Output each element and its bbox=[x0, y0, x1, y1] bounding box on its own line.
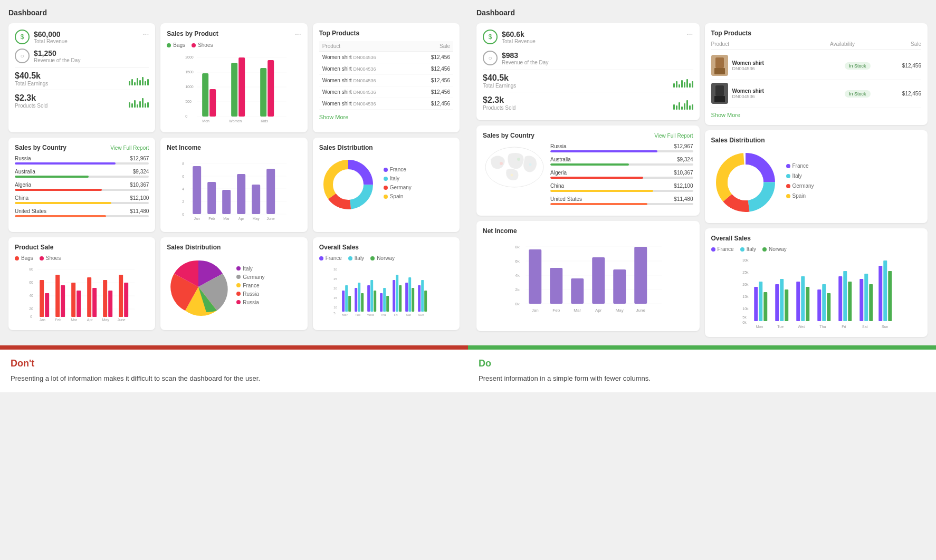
sales-by-country-title: Sales by Country bbox=[15, 144, 66, 151]
svg-rect-89 bbox=[383, 288, 386, 312]
pie-legend: Italy Germany France Russia bbox=[236, 266, 264, 305]
svg-text:Jan: Jan bbox=[40, 318, 45, 322]
svg-text:5k: 5k bbox=[742, 315, 747, 319]
svg-rect-82 bbox=[355, 288, 357, 312]
svg-point-110 bbox=[511, 174, 513, 177]
svg-rect-30 bbox=[207, 182, 216, 214]
italy-pie-legend: Italy bbox=[236, 266, 264, 272]
svg-rect-10 bbox=[202, 73, 208, 117]
svg-rect-99 bbox=[424, 291, 427, 312]
svg-rect-93 bbox=[399, 285, 402, 312]
table-row: Women shirt DN004536 $12,456 bbox=[319, 75, 453, 86]
donut-legend: France Italy Germany Spain bbox=[384, 167, 412, 199]
revenue-card-right: $ $60.6k Total Revenue ··· ○ $983 Reve bbox=[476, 23, 700, 120]
svg-point-45 bbox=[333, 170, 363, 199]
svg-point-144 bbox=[728, 165, 763, 200]
dont-label: Don't bbox=[11, 358, 457, 369]
svg-text:Mon: Mon bbox=[756, 325, 763, 329]
norway-overall-legend: Norway bbox=[370, 255, 395, 261]
svg-rect-84 bbox=[361, 293, 364, 312]
right-dashboard-title: Dashboard bbox=[476, 8, 928, 17]
italy-legend: Italy bbox=[384, 176, 412, 181]
svg-text:40: 40 bbox=[29, 294, 33, 297]
svg-text:Sat: Sat bbox=[862, 325, 867, 329]
svg-text:0: 0 bbox=[182, 213, 184, 216]
sales-distribution-donut-left: Sales Distribution France bbox=[313, 138, 460, 232]
svg-point-109 bbox=[517, 158, 520, 161]
menu-dots-right[interactable]: ··· bbox=[687, 30, 693, 38]
net-income-chart-left: 8 6 4 2 0 bbox=[167, 156, 301, 226]
svg-text:10: 10 bbox=[333, 306, 337, 309]
svg-rect-171 bbox=[883, 260, 887, 321]
svg-rect-172 bbox=[888, 271, 892, 321]
svg-text:May: May bbox=[102, 318, 110, 322]
svg-text:Wed: Wed bbox=[798, 325, 805, 329]
svg-rect-80 bbox=[345, 285, 348, 312]
germany-donut-right: Germany bbox=[786, 183, 814, 189]
net-income-card-left: Net Income 8 6 4 2 0 bbox=[160, 138, 307, 232]
norway-overall-right: Norway bbox=[762, 246, 787, 252]
show-more-link-right[interactable]: Show More bbox=[711, 112, 741, 118]
svg-rect-85 bbox=[367, 285, 370, 312]
svg-rect-13 bbox=[238, 57, 245, 117]
show-more-link-left[interactable]: Show More bbox=[319, 114, 349, 120]
svg-text:20: 20 bbox=[333, 287, 337, 290]
overall-sales-title-left: Overall Sales bbox=[319, 244, 359, 251]
top-products-card-right: Top Products Product Availability Sale bbox=[705, 23, 928, 125]
russia-pie-legend: Russia bbox=[236, 291, 264, 297]
total-revenue-label-right: Total Revenue bbox=[502, 38, 536, 44]
do-label: Do bbox=[479, 358, 925, 369]
countries-list-left: Russia$12,967 Australia$9,324 Algeria$10… bbox=[15, 156, 149, 217]
table-row: Women shirt DN004536 $12,456 bbox=[319, 86, 453, 98]
svg-rect-98 bbox=[421, 280, 424, 312]
menu-dots[interactable]: ··· bbox=[143, 30, 149, 38]
availability-badge-1: In Stock bbox=[845, 62, 871, 70]
france-overall-legend: France bbox=[319, 255, 342, 261]
sales-by-product-title: Sales by Product bbox=[167, 30, 218, 37]
revenue-day-label-right: Revenue of the Day bbox=[502, 60, 548, 65]
product-sale-chart: 80 60 40 20 0 bbox=[15, 264, 149, 324]
dollar-icon: $ bbox=[15, 30, 30, 44]
do-half: Do Present information in a simple form … bbox=[468, 345, 936, 392]
svg-rect-83 bbox=[358, 283, 360, 312]
svg-rect-166 bbox=[848, 282, 852, 321]
svg-text:Thu: Thu bbox=[819, 325, 826, 329]
product-sale-legend: Bags Shoes bbox=[15, 255, 149, 261]
svg-rect-55 bbox=[40, 280, 44, 317]
top-products-title-right: Top Products bbox=[711, 30, 751, 37]
sales-by-country-title-right: Sales by Country bbox=[483, 132, 534, 139]
svg-text:0: 0 bbox=[30, 315, 32, 318]
products-sold-value-right: $2.3k bbox=[483, 95, 515, 105]
germany-pie-legend: Germany bbox=[236, 274, 264, 280]
svg-text:May: May bbox=[616, 308, 624, 313]
total-revenue-value: $60,000 bbox=[34, 30, 68, 38]
svg-rect-124 bbox=[571, 278, 584, 304]
svg-rect-66 bbox=[124, 283, 128, 317]
countries-list-right: Russia$12,967 Australia$9,324 Algeria$10… bbox=[550, 143, 693, 209]
germany-legend: Germany bbox=[384, 185, 412, 190]
bags-legend: Bags bbox=[167, 42, 185, 48]
view-full-report-link-left[interactable]: View Full Report bbox=[110, 145, 149, 151]
availability-badge-2: In Stock bbox=[845, 90, 871, 98]
world-map-icon bbox=[483, 143, 546, 192]
svg-rect-95 bbox=[408, 277, 411, 312]
svg-text:8: 8 bbox=[182, 162, 184, 166]
products-mini-chart-right bbox=[673, 97, 693, 110]
svg-rect-122 bbox=[529, 249, 541, 304]
svg-text:8k: 8k bbox=[515, 245, 520, 249]
svg-text:Men: Men bbox=[203, 119, 210, 123]
svg-point-111 bbox=[529, 163, 532, 166]
shoes-legend-2: Shoes bbox=[40, 255, 61, 261]
sales-by-country-card-right: Sales by Country View Full Report bbox=[476, 125, 700, 216]
sales-product-menu[interactable]: ··· bbox=[295, 30, 301, 38]
svg-text:Thu: Thu bbox=[380, 313, 386, 316]
svg-text:June: June bbox=[118, 318, 126, 322]
sales-distribution-title-left: Sales Distribution bbox=[319, 144, 373, 151]
view-full-report-link-right[interactable]: View Full Report bbox=[654, 133, 693, 139]
svg-text:80: 80 bbox=[29, 267, 33, 271]
table-row: Women shirt DN004536 $12,456 bbox=[319, 63, 453, 75]
svg-rect-125 bbox=[592, 257, 605, 304]
svg-text:15k: 15k bbox=[742, 295, 749, 298]
svg-rect-87 bbox=[374, 291, 376, 312]
svg-rect-162 bbox=[822, 284, 826, 321]
